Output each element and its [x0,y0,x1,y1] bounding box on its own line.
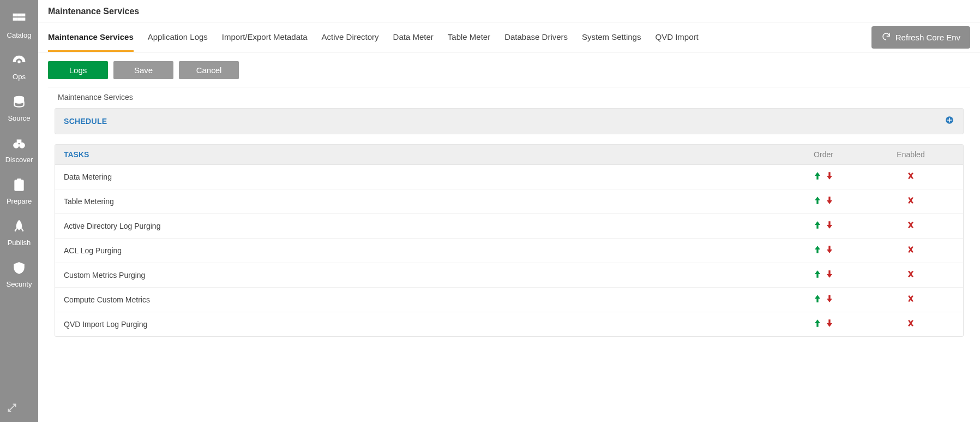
disabled-icon[interactable] [905,195,916,208]
panel-wrap: SCHEDULE TASKS Order Enabled Data Meteri… [38,108,980,353]
tabs: Maintenance Services Application Logs Im… [48,22,871,52]
sidebar-item-source[interactable]: Source [0,88,38,130]
move-up-icon[interactable] [812,269,823,282]
svg-point-8 [14,143,19,148]
task-enabled [867,219,954,233]
task-order [780,195,867,208]
task-order [780,170,867,183]
task-row: Active Directory Log Purging [55,214,963,239]
refresh-core-env-button[interactable]: Refresh Core Env [871,26,970,49]
move-down-icon[interactable] [824,318,835,331]
schedule-title: SCHEDULE [64,117,107,126]
add-schedule-icon[interactable] [945,115,954,127]
move-down-icon[interactable] [824,195,835,208]
tasks-panel: TASKS Order Enabled Data MeteringTable M… [55,144,964,337]
gauge-icon [12,54,26,69]
sidebar-item-prepare[interactable]: Prepare [0,171,38,213]
sidebar-item-security[interactable]: Security [0,254,38,296]
page-title: Maintenance Services [38,0,980,22]
task-row: Compute Custom Metrics [55,288,963,312]
task-row: ACL Log Purging [55,239,963,263]
task-enabled [867,170,954,183]
sidebar-item-label: Ops [13,73,26,81]
tab-table-meter[interactable]: Table Meter [448,22,490,52]
svg-rect-1 [17,14,21,16]
tasks-header: TASKS Order Enabled [55,145,963,165]
action-row: Logs Save Cancel [38,52,980,87]
task-name: Compute Custom Metrics [64,295,780,304]
breadcrumb: Maintenance Services [38,87,980,108]
disabled-icon[interactable] [905,170,916,183]
rocket-icon [12,219,26,235]
expand-icon[interactable] [7,402,17,415]
tab-application-logs[interactable]: Application Logs [148,22,208,52]
sidebar-item-discover[interactable]: Discover [0,130,38,171]
disabled-icon[interactable] [905,293,916,306]
tab-active-directory[interactable]: Active Directory [322,22,379,52]
task-name: Data Metering [64,173,780,181]
tab-data-meter[interactable]: Data Meter [393,22,434,52]
move-down-icon[interactable] [824,170,835,183]
task-enabled [867,318,954,331]
disabled-icon[interactable] [905,244,916,257]
sidebar-item-label: Publish [8,239,31,247]
sidebar-item-label: Catalog [7,31,32,39]
task-row: Table Metering [55,189,963,214]
clipboard-icon [12,178,26,194]
sidebar-item-label: Security [7,280,32,288]
move-up-icon[interactable] [812,170,823,183]
refresh-label: Refresh Core Env [895,33,960,42]
move-down-icon[interactable] [824,219,835,233]
database-icon [12,95,26,111]
move-up-icon[interactable] [812,219,823,233]
sidebar-item-label: Prepare [7,197,32,205]
svg-rect-3 [13,18,17,20]
tab-qvd-import[interactable]: QVD Import [655,22,698,52]
sidebar-item-label: Discover [5,156,33,164]
main: Maintenance Services Maintenance Service… [38,0,980,422]
svg-rect-4 [17,18,21,20]
task-name: Custom Metrics Purging [64,271,780,280]
logs-button[interactable]: Logs [48,61,108,79]
move-up-icon[interactable] [812,195,823,208]
svg-rect-11 [17,179,21,181]
tabbar: Maintenance Services Application Logs Im… [38,22,980,52]
disabled-icon[interactable] [905,318,916,331]
tasks-title: TASKS [64,150,780,159]
schedule-panel-header: SCHEDULE [55,108,964,134]
cancel-button[interactable]: Cancel [179,61,239,79]
move-down-icon[interactable] [824,244,835,257]
disabled-icon[interactable] [905,219,916,233]
task-order [780,318,867,331]
sidebar-item-publish[interactable]: Publish [0,213,38,254]
task-enabled [867,293,954,306]
sidebar: Catalog Ops Source Discover Prepare Publ… [0,0,38,422]
sidebar-item-catalog[interactable]: Catalog [0,5,38,47]
move-down-icon[interactable] [824,293,835,306]
task-order [780,244,867,257]
svg-rect-0 [13,14,17,16]
tab-import-export-metadata[interactable]: Import/Export Metadata [222,22,308,52]
refresh-icon [881,32,891,43]
grid-icon [12,12,26,28]
column-order-header: Order [780,150,867,159]
tab-maintenance-services[interactable]: Maintenance Services [48,22,134,52]
tab-system-settings[interactable]: System Settings [582,22,641,52]
tab-database-drivers[interactable]: Database Drivers [504,22,568,52]
task-row: QVD Import Log Purging [55,312,963,336]
task-name: QVD Import Log Purging [64,320,780,329]
svg-point-9 [20,143,25,148]
task-order [780,219,867,233]
move-up-icon[interactable] [812,293,823,306]
column-enabled-header: Enabled [867,150,954,159]
move-up-icon[interactable] [812,318,823,331]
move-up-icon[interactable] [812,244,823,257]
move-down-icon[interactable] [824,269,835,282]
task-order [780,269,867,282]
svg-rect-2 [21,14,25,16]
save-button[interactable]: Save [113,61,173,79]
task-enabled [867,269,954,282]
svg-point-6 [18,61,20,63]
disabled-icon[interactable] [905,269,916,282]
sidebar-item-ops[interactable]: Ops [0,47,38,88]
